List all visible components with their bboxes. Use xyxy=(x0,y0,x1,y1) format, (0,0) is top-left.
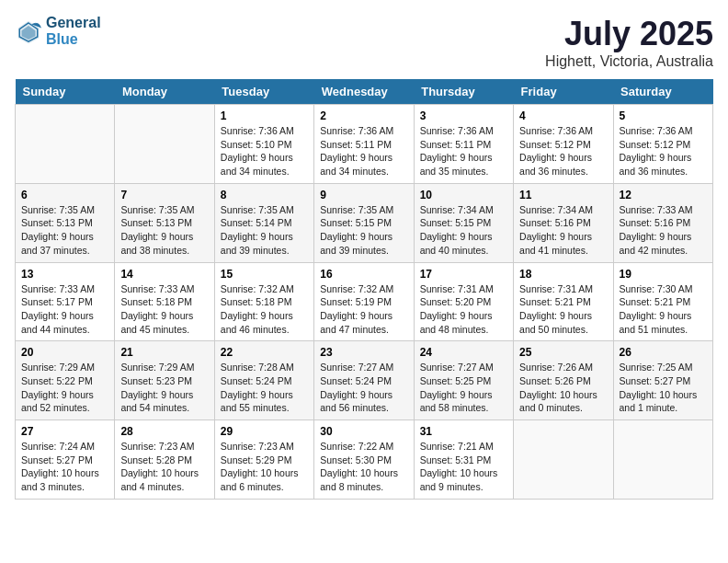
day-cell: 3Sunrise: 7:36 AM Sunset: 5:11 PM Daylig… xyxy=(414,105,513,184)
day-detail: Sunrise: 7:26 AM Sunset: 5:26 PM Dayligh… xyxy=(519,361,607,415)
day-number: 27 xyxy=(21,425,108,438)
logo: General Blue xyxy=(15,15,101,48)
day-cell: 16Sunrise: 7:32 AM Sunset: 5:19 PM Dayli… xyxy=(314,262,414,341)
day-cell xyxy=(514,420,613,500)
day-number: 28 xyxy=(120,425,208,438)
weekday-friday: Friday xyxy=(514,79,613,105)
day-number: 5 xyxy=(620,109,707,122)
day-number: 16 xyxy=(320,268,407,281)
day-number: 20 xyxy=(21,346,108,359)
day-detail: Sunrise: 7:36 AM Sunset: 5:10 PM Dayligh… xyxy=(221,124,308,178)
day-number: 9 xyxy=(320,189,407,201)
day-cell: 20Sunrise: 7:29 AM Sunset: 5:22 PM Dayli… xyxy=(16,341,115,420)
day-cell: 23Sunrise: 7:27 AM Sunset: 5:24 PM Dayli… xyxy=(314,341,414,420)
day-cell: 28Sunrise: 7:23 AM Sunset: 5:28 PM Dayli… xyxy=(115,420,214,500)
day-number: 29 xyxy=(221,425,308,438)
day-detail: Sunrise: 7:33 AM Sunset: 5:17 PM Dayligh… xyxy=(21,282,108,337)
day-number: 4 xyxy=(519,109,607,122)
page-header: General Blue July 2025 Highett, Victoria… xyxy=(15,15,713,70)
day-cell: 14Sunrise: 7:33 AM Sunset: 5:18 PM Dayli… xyxy=(115,262,214,341)
day-detail: Sunrise: 7:32 AM Sunset: 5:18 PM Dayligh… xyxy=(221,282,308,337)
calendar-subtitle: Highett, Victoria, Australia xyxy=(545,53,713,70)
day-cell: 17Sunrise: 7:31 AM Sunset: 5:20 PM Dayli… xyxy=(414,262,513,341)
day-detail: Sunrise: 7:27 AM Sunset: 5:25 PM Dayligh… xyxy=(420,361,507,415)
calendar-title: July 2025 xyxy=(545,15,713,53)
day-cell: 9Sunrise: 7:35 AM Sunset: 5:15 PM Daylig… xyxy=(314,183,414,262)
day-number: 7 xyxy=(120,189,208,201)
day-detail: Sunrise: 7:34 AM Sunset: 5:16 PM Dayligh… xyxy=(519,203,607,258)
week-row-1: 1Sunrise: 7:36 AM Sunset: 5:10 PM Daylig… xyxy=(16,105,713,184)
day-number: 6 xyxy=(21,189,108,201)
day-cell: 4Sunrise: 7:36 AM Sunset: 5:12 PM Daylig… xyxy=(514,105,613,184)
day-detail: Sunrise: 7:22 AM Sunset: 5:30 PM Dayligh… xyxy=(320,440,407,494)
day-cell: 12Sunrise: 7:33 AM Sunset: 5:16 PM Dayli… xyxy=(613,183,712,262)
day-cell: 15Sunrise: 7:32 AM Sunset: 5:18 PM Dayli… xyxy=(214,262,313,341)
day-detail: Sunrise: 7:29 AM Sunset: 5:22 PM Dayligh… xyxy=(21,361,108,415)
day-detail: Sunrise: 7:25 AM Sunset: 5:27 PM Dayligh… xyxy=(620,361,707,415)
day-number: 8 xyxy=(221,189,308,201)
day-number: 2 xyxy=(320,109,407,122)
day-number: 23 xyxy=(320,346,407,359)
day-number: 1 xyxy=(221,109,308,122)
day-cell xyxy=(613,420,712,500)
day-detail: Sunrise: 7:35 AM Sunset: 5:15 PM Dayligh… xyxy=(320,203,407,258)
day-detail: Sunrise: 7:23 AM Sunset: 5:28 PM Dayligh… xyxy=(120,440,208,494)
day-number: 14 xyxy=(120,268,208,281)
day-cell: 1Sunrise: 7:36 AM Sunset: 5:10 PM Daylig… xyxy=(214,105,313,184)
day-cell: 10Sunrise: 7:34 AM Sunset: 5:15 PM Dayli… xyxy=(414,183,513,262)
day-detail: Sunrise: 7:35 AM Sunset: 5:14 PM Dayligh… xyxy=(221,203,308,258)
day-cell: 19Sunrise: 7:30 AM Sunset: 5:21 PM Dayli… xyxy=(613,262,712,341)
day-cell: 24Sunrise: 7:27 AM Sunset: 5:25 PM Dayli… xyxy=(414,341,513,420)
day-number: 30 xyxy=(320,425,407,438)
day-detail: Sunrise: 7:36 AM Sunset: 5:11 PM Dayligh… xyxy=(320,124,407,178)
weekday-wednesday: Wednesday xyxy=(314,79,414,105)
day-cell: 2Sunrise: 7:36 AM Sunset: 5:11 PM Daylig… xyxy=(314,105,414,184)
day-cell: 13Sunrise: 7:33 AM Sunset: 5:17 PM Dayli… xyxy=(16,262,115,341)
day-detail: Sunrise: 7:31 AM Sunset: 5:21 PM Dayligh… xyxy=(519,282,607,337)
day-detail: Sunrise: 7:29 AM Sunset: 5:23 PM Dayligh… xyxy=(120,361,208,415)
day-cell: 22Sunrise: 7:28 AM Sunset: 5:24 PM Dayli… xyxy=(214,341,313,420)
week-row-2: 6Sunrise: 7:35 AM Sunset: 5:13 PM Daylig… xyxy=(16,183,713,262)
day-cell: 29Sunrise: 7:23 AM Sunset: 5:29 PM Dayli… xyxy=(214,420,313,500)
calendar-body: 1Sunrise: 7:36 AM Sunset: 5:10 PM Daylig… xyxy=(16,105,713,500)
day-cell: 27Sunrise: 7:24 AM Sunset: 5:27 PM Dayli… xyxy=(16,420,115,500)
day-detail: Sunrise: 7:27 AM Sunset: 5:24 PM Dayligh… xyxy=(320,361,407,415)
weekday-saturday: Saturday xyxy=(613,79,712,105)
day-detail: Sunrise: 7:31 AM Sunset: 5:20 PM Dayligh… xyxy=(420,282,507,337)
day-cell xyxy=(115,105,214,184)
day-detail: Sunrise: 7:35 AM Sunset: 5:13 PM Dayligh… xyxy=(21,203,108,258)
day-number: 15 xyxy=(221,268,308,281)
day-number: 19 xyxy=(620,268,707,281)
day-detail: Sunrise: 7:34 AM Sunset: 5:15 PM Dayligh… xyxy=(420,203,507,258)
day-detail: Sunrise: 7:36 AM Sunset: 5:12 PM Dayligh… xyxy=(620,124,707,178)
day-number: 3 xyxy=(420,109,507,122)
day-detail: Sunrise: 7:30 AM Sunset: 5:21 PM Dayligh… xyxy=(620,282,707,337)
weekday-thursday: Thursday xyxy=(414,79,513,105)
day-detail: Sunrise: 7:23 AM Sunset: 5:29 PM Dayligh… xyxy=(221,440,308,494)
day-detail: Sunrise: 7:33 AM Sunset: 5:16 PM Dayligh… xyxy=(620,203,707,258)
week-row-4: 20Sunrise: 7:29 AM Sunset: 5:22 PM Dayli… xyxy=(16,341,713,420)
day-number: 31 xyxy=(420,425,507,438)
title-block: July 2025 Highett, Victoria, Australia xyxy=(545,15,713,70)
day-detail: Sunrise: 7:28 AM Sunset: 5:24 PM Dayligh… xyxy=(221,361,308,415)
weekday-monday: Monday xyxy=(115,79,214,105)
day-number: 21 xyxy=(120,346,208,359)
day-number: 11 xyxy=(519,189,607,201)
day-number: 18 xyxy=(519,268,607,281)
day-cell: 6Sunrise: 7:35 AM Sunset: 5:13 PM Daylig… xyxy=(16,183,115,262)
day-cell: 8Sunrise: 7:35 AM Sunset: 5:14 PM Daylig… xyxy=(214,183,313,262)
weekday-header-row: SundayMondayTuesdayWednesdayThursdayFrid… xyxy=(16,79,713,105)
day-detail: Sunrise: 7:24 AM Sunset: 5:27 PM Dayligh… xyxy=(21,440,108,494)
day-number: 10 xyxy=(420,189,507,201)
day-number: 17 xyxy=(420,268,507,281)
day-cell: 11Sunrise: 7:34 AM Sunset: 5:16 PM Dayli… xyxy=(514,183,613,262)
day-number: 12 xyxy=(620,189,707,201)
calendar-table: SundayMondayTuesdayWednesdayThursdayFrid… xyxy=(15,79,713,500)
logo-icon xyxy=(15,17,42,45)
day-cell: 31Sunrise: 7:21 AM Sunset: 5:31 PM Dayli… xyxy=(414,420,513,500)
day-number: 22 xyxy=(221,346,308,359)
week-row-3: 13Sunrise: 7:33 AM Sunset: 5:17 PM Dayli… xyxy=(16,262,713,341)
day-cell: 18Sunrise: 7:31 AM Sunset: 5:21 PM Dayli… xyxy=(514,262,613,341)
day-detail: Sunrise: 7:21 AM Sunset: 5:31 PM Dayligh… xyxy=(420,440,507,494)
day-detail: Sunrise: 7:36 AM Sunset: 5:12 PM Dayligh… xyxy=(519,124,607,178)
